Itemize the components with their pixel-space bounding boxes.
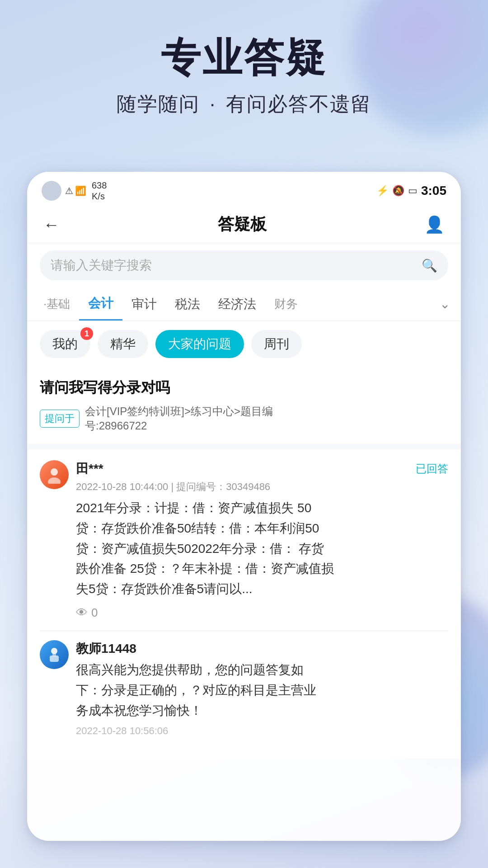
view-count: 0 xyxy=(91,606,98,620)
student-name: 田*** xyxy=(76,460,103,477)
svg-point-1 xyxy=(48,477,61,484)
content-area: 请问我写得分录对吗 提问于 会计[VIP签约特训班]>练习中心>题目编号:289… xyxy=(27,367,461,759)
nav-bar: ← 答疑板 👤 xyxy=(27,206,461,243)
filter-tab-featured[interactable]: 精华 xyxy=(98,330,148,358)
status-speed: 638K/s xyxy=(92,180,107,202)
student-answer-content: 田*** 已回答 2022-10-28 10:44:00 | 提问编号：3034… xyxy=(76,460,448,620)
student-answer-header: 田*** 已回答 xyxy=(76,460,448,477)
subtitle-dot: · xyxy=(210,93,216,115)
subtitle-part2: 有问必答不遗留 xyxy=(226,93,371,115)
wifi-icon: 📶 xyxy=(75,185,86,196)
filter-badge-mine: 1 xyxy=(80,327,93,340)
category-tab-economic[interactable]: 经济法 xyxy=(209,288,265,320)
subtitle-part1: 随学随问 xyxy=(117,93,200,115)
back-button[interactable]: ← xyxy=(43,215,60,234)
category-tab-finance[interactable]: 财务 xyxy=(265,289,307,319)
filter-tab-everyone[interactable]: 大家的问题 xyxy=(155,330,244,358)
question-meta: 提问于 会计[VIP签约特训班]>练习中心>题目编号:28966722 xyxy=(40,404,448,433)
svg-point-0 xyxy=(51,468,58,476)
teacher-avatar xyxy=(40,640,69,669)
answer-thread: 田*** 已回答 2022-10-28 10:44:00 | 提问编号：3034… xyxy=(27,449,461,759)
category-tab-tax[interactable]: 税法 xyxy=(166,288,209,320)
search-placeholder: 请输入关键字搜索 xyxy=(51,257,416,274)
status-time: 3:05 xyxy=(421,184,446,198)
filter-tabs: 我的 1 精华 大家的问题 周刊 xyxy=(27,321,461,367)
warning-icon: ⚠ xyxy=(65,185,73,196)
chevron-down-icon[interactable]: ⌄ xyxy=(436,289,454,319)
category-tabs: ·基础 会计 审计 税法 经济法 财务 ⌄ xyxy=(27,288,461,321)
teacher-name: 教师11448 xyxy=(76,640,136,657)
teacher-answer-time: 2022-10-28 10:56:06 xyxy=(76,725,448,737)
category-tab-audit[interactable]: 审计 xyxy=(122,288,166,320)
answer-status: 已回答 xyxy=(416,462,448,476)
student-answer-item: 田*** 已回答 2022-10-28 10:44:00 | 提问编号：3034… xyxy=(40,460,448,620)
answer-views: 👁 0 xyxy=(76,606,448,620)
status-left: ⚠ 📶 638K/s xyxy=(42,180,107,202)
teacher-answer-content: 教师11448 很高兴能为您提供帮助，您的问题答复如 下：分录是正确的，？对应的… xyxy=(76,640,448,737)
student-time-info: 2022-10-28 10:44:00 | 提问编号：30349486 xyxy=(76,480,448,494)
status-icons: ⚠ 📶 xyxy=(65,185,86,196)
search-bar[interactable]: 请输入关键字搜索 🔍 xyxy=(40,250,448,280)
teacher-answer-header: 教师11448 xyxy=(76,640,448,657)
status-avatar xyxy=(42,181,61,201)
hero-subtitle: 随学随问 · 有问必答不遗留 xyxy=(0,91,488,118)
filter-tab-mine[interactable]: 我的 1 xyxy=(40,330,90,358)
user-icon[interactable]: 👤 xyxy=(424,215,445,234)
teacher-answer-text: 很高兴能为您提供帮助，您的问题答复如 下：分录是正确的，？对应的科目是主营业 务… xyxy=(76,660,448,721)
eye-icon: 👁 xyxy=(76,606,88,620)
phone-mockup: ⚠ 📶 638K/s ⚡ 🔕 ▭ 3:05 ← 答疑板 👤 请输入关键字搜索 🔍… xyxy=(27,172,461,841)
status-right: ⚡ 🔕 ▭ 3:05 xyxy=(376,184,446,198)
search-icon: 🔍 xyxy=(422,258,437,273)
svg-point-2 xyxy=(51,648,57,654)
category-tab-accounting[interactable]: 会计 xyxy=(79,288,122,321)
category-tab-basics[interactable]: ·基础 xyxy=(34,289,79,319)
hero-section: 专业答疑 随学随问 · 有问必答不遗留 xyxy=(0,36,488,118)
svg-rect-4 xyxy=(52,654,56,656)
bell-mute-icon: 🔕 xyxy=(392,185,404,197)
question-card: 请问我写得分录对吗 提问于 会计[VIP签约特训班]>练习中心>题目编号:289… xyxy=(27,367,461,444)
asked-in-tag: 提问于 xyxy=(40,410,80,428)
search-container: 请输入关键字搜索 🔍 xyxy=(27,243,461,288)
question-source: 会计[VIP签约特训班]>练习中心>题目编号:28966722 xyxy=(85,404,273,433)
hero-title: 专业答疑 xyxy=(0,36,488,80)
student-answer-text: 2021年分录：计提：借：资产减值损失 50 贷：存货跌价准备50结转：借：本年… xyxy=(76,498,448,599)
question-title: 请问我写得分录对吗 xyxy=(40,378,448,398)
status-bar: ⚠ 📶 638K/s ⚡ 🔕 ▭ 3:05 xyxy=(27,172,461,206)
bluetooth-icon: ⚡ xyxy=(376,185,389,197)
battery-icon: ▭ xyxy=(408,185,418,197)
filter-tab-weekly[interactable]: 周刊 xyxy=(251,330,302,358)
answer-divider xyxy=(40,631,448,631)
page-title: 答疑板 xyxy=(218,213,267,236)
teacher-answer-item: 教师11448 很高兴能为您提供帮助，您的问题答复如 下：分录是正确的，？对应的… xyxy=(40,640,448,737)
svg-rect-3 xyxy=(50,656,59,662)
student-avatar xyxy=(40,460,69,489)
